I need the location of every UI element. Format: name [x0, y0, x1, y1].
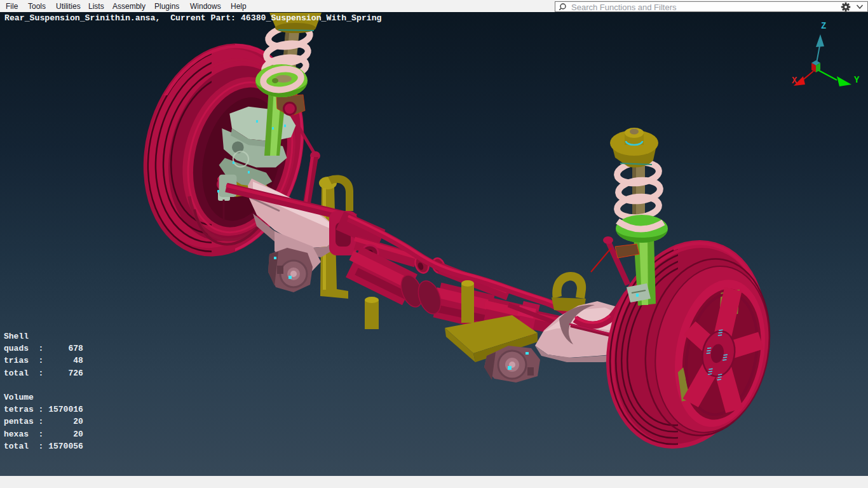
svg-text:X: X — [792, 76, 797, 86]
svg-text:Z: Z — [821, 21, 826, 31]
svg-text:Y: Y — [854, 75, 860, 85]
